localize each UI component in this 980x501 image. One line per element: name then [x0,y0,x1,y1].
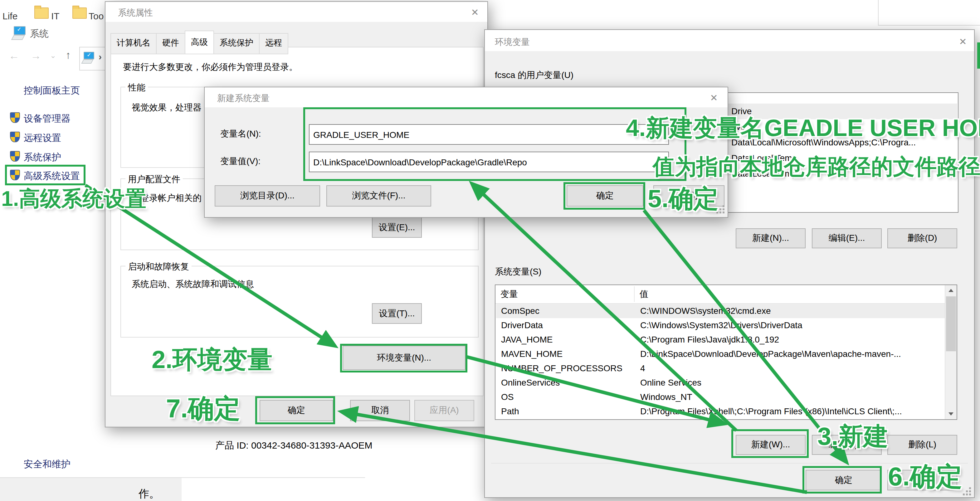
highlight-box-env-ok [802,466,882,493]
history-chevron-icon[interactable]: ⌄ [50,51,56,60]
annotation-step7: 7.确定 [166,391,240,426]
tab-hardware[interactable]: 硬件 [157,33,185,54]
dialog-title: 新建系统变量 [217,93,270,104]
cell-value: C:\Windows\System32\Drivers\DriverData [640,318,802,332]
system-delete-button[interactable]: 删除(L) [887,435,957,455]
profiles-settings-button[interactable]: 设置(E)... [372,217,422,238]
tab-system-protection[interactable]: 系统保护 [214,33,259,54]
cell-variable: OnlineServices [501,375,560,390]
sidebar-item-security-maintenance[interactable]: 安全和维护 [24,458,70,471]
folder-label-it[interactable]: IT [51,11,60,21]
column-divider [634,286,635,302]
system-pc-icon-keyboard [11,35,25,40]
tab-remote[interactable]: 远程 [259,33,288,54]
table-row[interactable]: JAVA_HOME C:\Program Files\Java\jdk1.8.0… [496,332,956,347]
back-arrow-icon[interactable]: ← [9,50,19,62]
table-row[interactable]: NUMBER_OF_PROCESSORS 4 [496,361,956,375]
explorer-title: 系统 [30,28,49,40]
table-row[interactable]: OS Windows_NT [496,390,956,404]
column-header-value[interactable]: 值 [640,289,648,300]
highlight-box-newvar-ok [563,182,645,210]
apply-button[interactable]: 应用(A) [414,400,474,421]
cell-variable: NUMBER_OF_PROCESSORS [501,361,622,375]
cell-value: Windows_NT [640,390,692,404]
user-variables-label: fcsca 的用户变量(U) [495,70,573,81]
system-properties-titlebar: 系统属性 ✕ [105,2,487,22]
product-id-text: 产品 ID: 00342-34680-31393-AAOEM [215,440,372,452]
user-delete-button[interactable]: 删除(D) [887,228,957,248]
resize-grip[interactable] [963,493,965,495]
background-window-edge [878,25,980,25]
scroll-up-button[interactable] [945,285,956,296]
user-new-button[interactable]: 新建(N)... [736,228,806,248]
scrollbar-thumb[interactable] [946,296,956,351]
annotation-step5: 5.确定 [648,181,719,216]
cell-variable: OS [501,390,514,404]
scroll-up-icon [948,289,953,292]
sidebar-item-system-protection[interactable]: 系统保护 [24,152,61,164]
cell-value: C:\Program Files\Java\jdk1.8.0_192 [640,332,779,347]
cell-value: Online Services [640,375,702,390]
background-window-edge [878,0,878,25]
folder-icon[interactable] [34,8,49,19]
tab-advanced[interactable]: 高级 [185,30,214,54]
variable-value-label: 变量值(V): [220,156,261,167]
dialog-title: 系统属性 [118,8,153,19]
screen: Life IT Too 系统 ← → ⌄ ↑ › 控制面板主页 设备管理器 远程… [0,0,980,501]
close-icon[interactable]: ✕ [955,35,970,49]
tab-strip: 计算机名 硬件 高级 系统保护 远程 [110,33,288,54]
close-icon[interactable]: ✕ [706,91,721,105]
cancel-button[interactable]: 取消 [350,400,410,421]
column-header-variable[interactable]: 变量 [500,289,518,300]
cell-variable: Path [501,404,519,419]
scroll-down-button[interactable] [945,409,956,419]
sidebar-item-remote-settings[interactable]: 远程设置 [24,132,61,144]
folder-label-too[interactable]: Too [89,11,103,21]
scroll-down-icon [948,412,953,415]
system-variables-label: 系统变量(S) [495,266,541,278]
startup-settings-button[interactable]: 设置(T)... [372,303,422,324]
breadcrumb[interactable]: › [79,47,108,70]
annotation-step2: 2.环境变量 [152,342,272,377]
highlight-box-advanced-settings [5,165,86,185]
user-edit-button[interactable]: 编辑(E)... [812,228,882,248]
table-row[interactable]: Path D:\Program Files\Xshell\;C:\Program… [496,404,956,419]
annotation-step4-line1: 4.新建变量名GEADLE USER HOME [626,112,980,144]
browse-file-button[interactable]: 浏览文件(F)... [326,185,431,207]
tab-computer-name[interactable]: 计算机名 [110,33,157,54]
browse-directory-button[interactable]: 浏览目录(D)... [215,185,320,207]
annotation-step1: 1.高级系统设置 [1,184,146,213]
up-arrow-icon[interactable]: ↑ [65,49,71,62]
folder-icon[interactable] [72,8,87,19]
folder-label-life[interactable]: Life [3,11,18,21]
cell-value: D:\Program Files\Xshell\;C:\Program File… [640,404,902,419]
highlight-box-system-new [731,429,809,458]
highlight-box-sysprops-ok [255,396,335,424]
dialog-title: 环境变量 [495,37,530,48]
cell-variable: JAVA_HOME [501,332,552,347]
highlight-box-env-button [340,344,468,372]
forward-arrow-icon[interactable]: → [30,50,41,62]
cell-variable: MAVEN_HOME [501,347,563,361]
breadcrumb-pc-icon [84,52,94,59]
sidebar-item-control-panel-home[interactable]: 控制面板主页 [24,85,80,97]
new-system-variable-titlebar: 新建系统变量 ✕ [205,87,728,107]
breadcrumb-chevron-icon[interactable]: › [99,51,102,62]
uac-shield-icon [10,151,20,162]
variable-name-label: 变量名(N): [220,129,261,140]
partial-text: 作。 [138,487,160,501]
cell-value: C:\WINDOWS\system32\cmd.exe [640,304,771,318]
cell-variable: DriverData [501,318,543,332]
close-icon[interactable]: ✕ [468,6,482,19]
table-row[interactable]: DriverData C:\Windows\System32\Drivers\D… [496,318,956,332]
table-row[interactable]: MAVEN_HOME D:\LinkSpace\Download\Develop… [496,347,956,361]
annotation-fragment [977,43,980,68]
annotation-step6: 6.确定 [888,459,962,494]
scrollbar[interactable] [945,285,956,419]
cell-value: D:\LinkSpace\Download\DevelopPackage\Mav… [640,347,901,361]
system-variables-table[interactable]: 变量 值 ComSpec C:\WINDOWS\system32\cmd.exe… [495,285,957,420]
sidebar-item-device-manager[interactable]: 设备管理器 [24,113,70,125]
table-row[interactable]: OnlineServices Online Services [496,375,956,390]
table-row[interactable]: ComSpec C:\WINDOWS\system32\cmd.exe [496,304,956,318]
table-header[interactable]: 变量 值 [495,285,956,304]
